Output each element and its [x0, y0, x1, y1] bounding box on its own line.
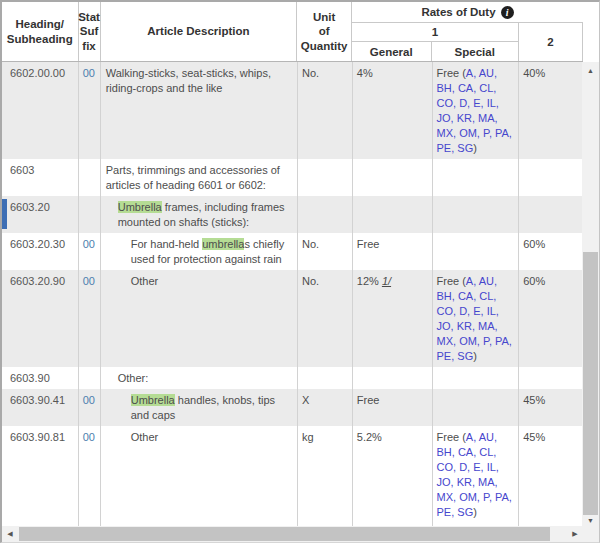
- general-cell: 12% 1/: [353, 270, 433, 367]
- desc-cell: Umbrella handles, knobs, tips and caps: [101, 389, 298, 426]
- desc-cell: Umbrella frames, including frames mounte…: [101, 196, 298, 233]
- special-cell: Free (A, AU, BH, CA, CL, CO, D, E, IL, J…: [433, 62, 520, 159]
- heading-cell: 6603.90: [2, 367, 79, 389]
- heading-cell: 6603.20.90: [2, 270, 79, 367]
- stat-cell: 00: [79, 426, 101, 523]
- general-cell: Free: [353, 233, 433, 270]
- stat-cell: [79, 196, 101, 233]
- table-row[interactable]: 6603.20 Umbrella frames, including frame…: [2, 196, 583, 233]
- stat-cell: 00: [79, 233, 101, 270]
- search-highlight: Umbrella: [131, 394, 175, 406]
- unit-cell: [298, 367, 353, 389]
- vertical-scrollbar[interactable]: ▲ ▼: [582, 62, 599, 529]
- special-cell: [433, 159, 520, 196]
- special-cell: Free (A, AU, BH, CA, CL, CO, D, E, IL, J…: [433, 426, 520, 523]
- stat-suffix-link[interactable]: 00: [83, 431, 95, 443]
- duty2-cell: 45%: [519, 389, 583, 426]
- general-cell: Free: [353, 389, 433, 426]
- heading-cell: 6603.20: [2, 196, 79, 233]
- heading-cell: 6603.20.30: [2, 233, 79, 270]
- col-header-unit-of-quantity: Unit of Quantity: [297, 2, 352, 61]
- horizontal-scroll-thumb[interactable]: [19, 527, 550, 541]
- search-highlight: umbrella: [202, 238, 244, 250]
- duty2-cell: 40%: [519, 62, 583, 159]
- duty2-cell: 60%: [519, 233, 583, 270]
- special-cell: [433, 196, 520, 233]
- general-cell: [353, 196, 433, 233]
- general-cell: 4%: [353, 62, 433, 159]
- special-cell: Free (A, AU, BH, CA, CL, CO, D, E, IL, J…: [433, 270, 520, 367]
- table-row[interactable]: 6603 Parts, trimmings and accessories of…: [2, 159, 583, 196]
- search-highlight: Umbrella: [118, 201, 162, 213]
- special-program-links[interactable]: A, AU, BH, CA, CL, CO, D, E, IL, JO, KR,…: [437, 275, 512, 362]
- col-header-stat-suffix: Stat Suf fix: [79, 2, 101, 61]
- scrollbar-corner: [582, 526, 599, 542]
- vertical-scroll-thumb[interactable]: [583, 252, 598, 515]
- table-row[interactable]: 6603.20.30 00 For hand-held umbrellas ch…: [2, 233, 583, 270]
- heading-cell: 6603.90.41: [2, 389, 79, 426]
- rates-of-duty-header-group: Rates of Duty i 1 General Special 2: [352, 2, 583, 61]
- stat-cell: 00: [79, 389, 101, 426]
- duty2-cell: 45%: [519, 426, 583, 523]
- unit-cell: No.: [298, 233, 353, 270]
- desc-cell: Other: [101, 270, 298, 367]
- col-header-duty-2: 2: [519, 23, 583, 61]
- stat-suffix-link[interactable]: 00: [83, 67, 95, 79]
- desc-cell: Walking-sticks, seat-sticks, whips, ridi…: [101, 62, 298, 159]
- unit-cell: No.: [298, 270, 353, 367]
- special-cell: [433, 367, 520, 389]
- rates-of-duty-label: Rates of Duty: [421, 6, 495, 18]
- general-cell: [353, 159, 433, 196]
- stat-cell: [79, 159, 101, 196]
- duty2-cell: [519, 159, 583, 196]
- duty2-cell: [519, 367, 583, 389]
- unit-cell: [298, 196, 353, 233]
- scroll-up-arrow-icon[interactable]: ▲: [582, 62, 599, 79]
- desc-cell: Other: [101, 426, 298, 523]
- unit-cell: kg: [298, 426, 353, 523]
- general-cell: 5.2%: [353, 426, 433, 523]
- stat-cell: 00: [79, 270, 101, 367]
- unit-cell: X: [298, 389, 353, 426]
- col-header-heading-subheading: Heading/ Subheading: [2, 2, 79, 61]
- stat-cell: 00: [79, 62, 101, 159]
- table-row[interactable]: 6603.90.41 00 Umbrella handles, knobs, t…: [2, 389, 583, 426]
- heading-cell: 6602.00.00: [2, 62, 79, 159]
- special-program-links[interactable]: A, AU, BH, CA, CL, CO, D, E, IL, JO, KR,…: [437, 431, 512, 518]
- unit-cell: [298, 159, 353, 196]
- table-row[interactable]: 6603.20.90 00 Other No. 12% 1/ Free (A, …: [2, 270, 583, 367]
- col-header-duty-1: 1: [352, 23, 518, 42]
- special-cell: [433, 233, 520, 270]
- stat-suffix-link[interactable]: 00: [83, 275, 95, 287]
- desc-cell: For hand-held umbrellas chiefly used for…: [101, 233, 298, 270]
- special-program-links[interactable]: A, AU, BH, CA, CL, CO, D, E, IL, JO, KR,…: [437, 67, 512, 154]
- rates-of-duty-title: Rates of Duty i: [352, 2, 583, 23]
- stat-suffix-link[interactable]: 00: [83, 394, 95, 406]
- table-row[interactable]: 6602.00.00 00 Walking-sticks, seat-stick…: [2, 62, 583, 159]
- table-row[interactable]: 6603.90 Other:: [2, 367, 583, 389]
- desc-cell: Other:: [101, 367, 298, 389]
- general-cell: [353, 367, 433, 389]
- tariff-table-window: Heading/ Subheading Stat Suf fix Article…: [0, 0, 600, 543]
- col-header-article-description: Article Description: [101, 2, 298, 61]
- stat-suffix-link[interactable]: 00: [83, 238, 95, 250]
- scroll-right-arrow-icon[interactable]: ▶: [567, 526, 583, 542]
- horizontal-scrollbar[interactable]: ◀ ▶: [2, 526, 583, 542]
- info-icon[interactable]: i: [501, 6, 514, 19]
- scroll-left-arrow-icon[interactable]: ◀: [2, 526, 18, 542]
- duty2-cell: [519, 196, 583, 233]
- col-header-general: General: [352, 42, 432, 61]
- footnote-link[interactable]: 1/: [382, 275, 391, 287]
- col-header-special: Special: [432, 42, 518, 61]
- unit-cell: No.: [298, 62, 353, 159]
- table-body: 6602.00.00 00 Walking-sticks, seat-stick…: [2, 62, 583, 529]
- duty2-cell: 60%: [519, 270, 583, 367]
- table-header: Heading/ Subheading Stat Suf fix Article…: [2, 2, 583, 62]
- rates-col-1-group: 1 General Special: [352, 23, 519, 61]
- heading-cell: 6603: [2, 159, 79, 196]
- special-cell: [433, 389, 520, 426]
- table-row[interactable]: 6603.90.81 00 Other kg 5.2% Free (A, AU,…: [2, 426, 583, 523]
- stat-cell: [79, 367, 101, 389]
- heading-cell: 6603.90.81: [2, 426, 79, 523]
- desc-cell: Parts, trimmings and accessories of arti…: [101, 159, 298, 196]
